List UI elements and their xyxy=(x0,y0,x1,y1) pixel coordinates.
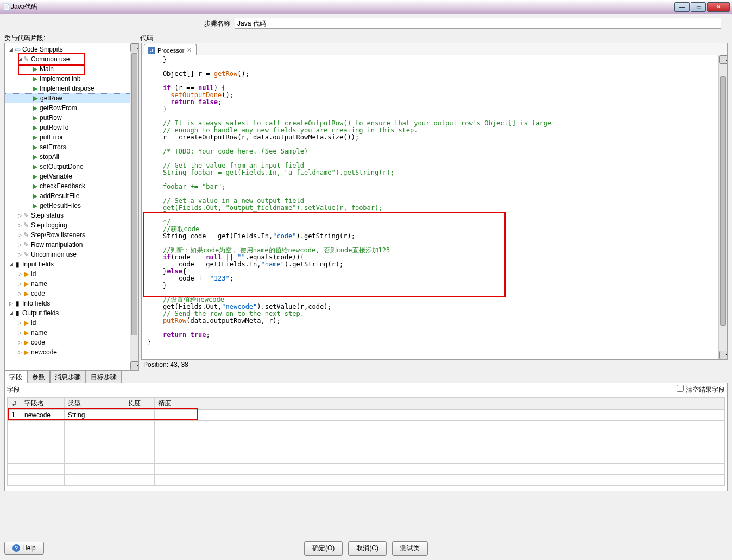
tree-info-fields[interactable]: ▷▮Info fields xyxy=(5,298,138,308)
tree-pane: ◢▭Code Snippits ◢✎Common use ▶Main ▶Impl… xyxy=(4,43,139,371)
editor-tab-label: Processor xyxy=(157,47,185,54)
code-editor[interactable]: } Object[] r = getRow(); if (r == null) … xyxy=(141,55,728,360)
tree-group-uncommon[interactable]: ▷✎Uncommon use xyxy=(5,250,138,259)
fields-icon: ▮ xyxy=(14,309,21,317)
table-row[interactable]: 1 newcode String xyxy=(8,410,724,421)
cell-prec[interactable] xyxy=(155,410,185,421)
clear-result-checkbox[interactable]: 清空结果字段 xyxy=(677,385,725,394)
cell-len[interactable] xyxy=(124,410,155,421)
java-icon: J xyxy=(148,47,155,54)
scroll-thumb[interactable] xyxy=(131,53,137,335)
col-name[interactable]: 字段名 xyxy=(21,398,65,410)
col-num[interactable]: # xyxy=(8,398,21,410)
test-button[interactable]: 测试类 xyxy=(392,541,428,556)
cell-num[interactable]: 1 xyxy=(8,410,21,421)
editor-tabbar: J Processor ✕ xyxy=(141,43,728,55)
fields-pane: 字段 清空结果字段 # 字段名 类型 长度 精度 1 newcode Strin… xyxy=(4,383,728,491)
feather-icon: ✎ xyxy=(22,212,30,219)
help-button[interactable]: ?Help xyxy=(4,542,44,555)
fields-grid[interactable]: # 字段名 类型 长度 精度 1 newcode String xyxy=(7,397,725,486)
bottom-tabs: 字段 参数 消息步骤 目标步骤 xyxy=(0,371,732,383)
window-icon: 📄 xyxy=(2,3,10,11)
col-prec[interactable]: 精度 xyxy=(155,398,185,410)
step-name-input[interactable] xyxy=(235,18,721,29)
tree-snippet-getresultfiles[interactable]: ▶getResultFiles xyxy=(5,201,138,211)
tree-snippet-dispose[interactable]: ▶Implement dispose xyxy=(5,84,138,93)
tree-group-listeners[interactable]: ▷✎Step/Row listeners xyxy=(5,230,138,240)
cancel-button[interactable]: 取消(C) xyxy=(348,541,387,556)
feather-icon: ✎ xyxy=(22,55,30,63)
field-icon: ▶ xyxy=(22,339,30,346)
tree-out-code[interactable]: ▷▶code xyxy=(5,338,138,347)
col-type[interactable]: 类型 xyxy=(65,398,124,410)
scroll-thumb[interactable] xyxy=(720,76,726,326)
play-icon: ▶ xyxy=(31,124,39,131)
tree-in-code[interactable]: ▷▶code xyxy=(5,289,138,298)
play-icon: ▶ xyxy=(31,104,39,112)
window-title: Java代码 xyxy=(11,2,673,11)
tree-common-use[interactable]: ◢✎Common use xyxy=(5,54,138,64)
feather-icon: ✎ xyxy=(22,231,30,239)
tree-snippet-init[interactable]: ▶Implement init xyxy=(5,74,138,84)
play-icon: ▶ xyxy=(31,153,39,161)
tree-out-newcode[interactable]: ▷▶newcode xyxy=(5,347,138,357)
cell-name[interactable]: newcode xyxy=(21,410,65,421)
tree-out-id[interactable]: ▷▶id xyxy=(5,318,138,328)
cell-type[interactable]: String xyxy=(65,410,124,421)
scroll-down-icon[interactable]: ▼ xyxy=(130,361,139,370)
tree-out-name[interactable]: ▷▶name xyxy=(5,328,138,338)
tree-snippet-addresultfile[interactable]: ▶addResultFile xyxy=(5,191,138,201)
tree-root[interactable]: ◢▭Code Snippits xyxy=(5,44,138,54)
tree-snippet-seterrors[interactable]: ▶setErrors xyxy=(5,142,138,152)
tree-group-status[interactable]: ▷✎Step status xyxy=(5,211,138,220)
play-icon: ▶ xyxy=(31,133,39,141)
col-blank xyxy=(185,398,724,410)
feather-icon: ✎ xyxy=(22,221,30,229)
tree-group-logging[interactable]: ▷✎Step logging xyxy=(5,220,138,230)
field-icon: ▶ xyxy=(22,329,30,336)
field-icon: ▶ xyxy=(22,348,30,356)
tree-snippet-putrow[interactable]: ▶putRow xyxy=(5,113,138,123)
tab-params[interactable]: 参数 xyxy=(27,371,50,383)
tree-snippet-putrowto[interactable]: ▶putRowTo xyxy=(5,123,138,132)
tab-target[interactable]: 目标步骤 xyxy=(86,371,122,383)
tree-snippet-getrowfrom[interactable]: ▶getRowFrom xyxy=(5,103,138,113)
tab-fields[interactable]: 字段 xyxy=(4,371,27,383)
tree-output-fields[interactable]: ◢▮Output fields xyxy=(5,308,138,318)
tab-close-icon[interactable]: ✕ xyxy=(187,47,192,54)
field-icon: ▶ xyxy=(22,280,30,288)
scroll-down-icon[interactable]: ▼ xyxy=(719,351,728,359)
tree-snippet-setoutputdone[interactable]: ▶setOutputDone xyxy=(5,162,138,171)
tree-snippet-getvariable[interactable]: ▶getVariable xyxy=(5,171,138,181)
folder-icon: ▭ xyxy=(14,46,21,53)
tree-snippet-stopall[interactable]: ▶stopAll xyxy=(5,152,138,162)
tree-input-fields[interactable]: ◢▮Input fields xyxy=(5,259,138,269)
close-button[interactable]: ✕ xyxy=(707,2,730,12)
col-len[interactable]: 长度 xyxy=(124,398,155,410)
tree-in-id[interactable]: ▷▶id xyxy=(5,269,138,279)
ok-button[interactable]: 确定(O) xyxy=(304,541,343,556)
fields-label: 字段 xyxy=(7,385,20,394)
play-icon: ▶ xyxy=(31,173,39,180)
tree-snippet-main[interactable]: ▶Main xyxy=(5,64,138,74)
tree-scrollbar[interactable]: ▲ ▼ xyxy=(130,43,138,370)
tab-info[interactable]: 消息步骤 xyxy=(50,371,86,383)
tree-snippet-checkfeedback[interactable]: ▶checkFeedback xyxy=(5,181,138,191)
step-name-label: 步骤名称 xyxy=(3,19,235,28)
fields-icon: ▮ xyxy=(14,300,21,307)
tree-snippet-puterror[interactable]: ▶putError xyxy=(5,132,138,142)
editor-tab-processor[interactable]: J Processor ✕ xyxy=(144,44,197,55)
play-icon: ▶ xyxy=(31,114,39,122)
tree-snippet-getrow[interactable]: ▶getRow xyxy=(5,93,138,103)
feather-icon: ✎ xyxy=(22,241,30,249)
editor-scrollbar[interactable]: ▲ ▼ xyxy=(718,55,727,359)
field-icon: ▶ xyxy=(22,290,30,297)
tree-group-rowmanip[interactable]: ▷✎Row manipulation xyxy=(5,240,138,250)
tree-in-name[interactable]: ▷▶name xyxy=(5,279,138,289)
footer: ?Help 确定(O) 取消(C) 测试类 xyxy=(0,536,732,560)
minimize-button[interactable]: — xyxy=(674,2,690,12)
scroll-up-icon[interactable]: ▲ xyxy=(719,55,728,64)
maximize-button[interactable]: ▭ xyxy=(691,2,706,12)
feather-icon: ✎ xyxy=(22,251,30,258)
scroll-up-icon[interactable]: ▲ xyxy=(130,43,139,52)
